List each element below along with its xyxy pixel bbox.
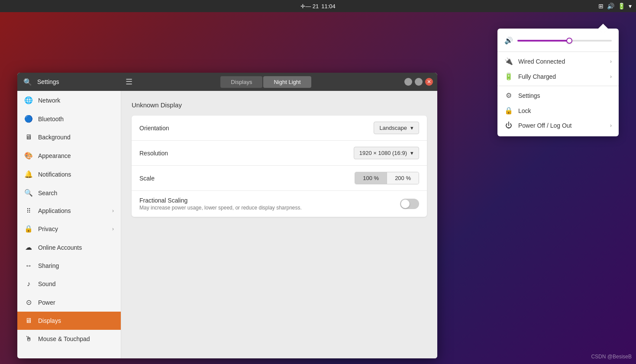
sidebar-item-displays[interactable]: 🖥 Displays <box>17 312 121 330</box>
minimize-button[interactable]: — <box>404 78 412 86</box>
volume-fill <box>517 40 569 42</box>
tray-item-fully-charged[interactable]: 🔋 Fully Charged › <box>497 69 619 84</box>
tray-item-power-off[interactable]: ⏻ Power Off / Log Out › <box>497 118 619 133</box>
scale-200-button[interactable]: 200 % <box>387 172 419 184</box>
titlebar-left: 🔍 Settings ☰ <box>22 75 134 88</box>
scale-row: Scale 100 % 200 % <box>132 166 427 191</box>
grid-icon[interactable]: ⊞ <box>598 3 604 10</box>
applications-chevron: › <box>112 208 114 214</box>
sidebar-label-sound: Sound <box>38 280 55 287</box>
topbar-center: ✛— 21 11:04 <box>300 3 336 10</box>
orientation-row: Orientation Landscape ▾ <box>132 116 427 141</box>
orientation-value: Landscape ▾ <box>374 122 419 134</box>
resolution-dropdown[interactable]: 1920 × 1080 (16:9) ▾ <box>354 147 419 159</box>
orientation-dropdown[interactable]: Landscape ▾ <box>374 122 419 134</box>
tab-displays[interactable]: Displays <box>220 76 262 88</box>
online-accounts-icon: ☁ <box>24 243 33 251</box>
mouse-icon: 🖱 <box>24 335 33 343</box>
applications-icon: ⠿ <box>24 207 33 214</box>
fractional-scaling-label: Fractional Scaling <box>139 197 302 204</box>
sidebar-item-background[interactable]: 🖥 Background <box>17 128 121 146</box>
sidebar-item-notifications[interactable]: 🔔 Notifications <box>17 165 121 184</box>
titlebar-tabs: Displays Night Light <box>134 76 397 88</box>
window-titlebar: 🔍 Settings ☰ Displays Night Light — □ ✕ <box>17 73 437 91</box>
sidebar-label-search: Search <box>38 190 57 196</box>
tray-label-wired: Wired Connected <box>518 58 605 65</box>
sidebar-item-network[interactable]: 🌐 Network <box>17 91 121 110</box>
resolution-row: Resolution 1920 × 1080 (16:9) ▾ <box>132 141 427 166</box>
fractional-scaling-sublabel: May increase power usage, lower speed, o… <box>139 205 302 211</box>
orientation-chevron-icon: ▾ <box>410 125 413 131</box>
scale-100-button[interactable]: 100 % <box>355 172 387 184</box>
sidebar-item-appearance[interactable]: 🎨 Appearance <box>17 146 121 165</box>
tray-label-settings: Settings <box>518 92 612 99</box>
sidebar-label-notifications: Notifications <box>38 171 71 178</box>
volume-knob <box>566 38 572 44</box>
sidebar: 🌐 Network 🔵 Bluetooth 🖥 Background 🎨 App… <box>17 91 121 358</box>
sidebar-item-applications[interactable]: ⠿ Applications › <box>17 202 121 219</box>
sharing-icon: ↔ <box>24 262 33 270</box>
tray-item-lock[interactable]: 🔒 Lock <box>497 103 619 118</box>
fractional-scaling-value <box>400 199 419 209</box>
tray-item-settings[interactable]: ⚙ Settings <box>497 88 619 103</box>
sidebar-label-bluetooth: Bluetooth <box>38 116 64 122</box>
tab-night-light[interactable]: Night Light <box>263 76 311 88</box>
fractional-scaling-row: Fractional Scaling May increase power us… <box>132 191 427 217</box>
fractional-scaling-toggle[interactable] <box>400 199 419 209</box>
sidebar-label-power: Power <box>38 299 55 306</box>
battery-tray-icon: 🔋 <box>504 72 513 81</box>
window-title: Settings <box>37 78 59 85</box>
power-icon: ⊙ <box>24 298 33 306</box>
sidebar-item-bluetooth[interactable]: 🔵 Bluetooth <box>17 110 121 128</box>
sidebar-item-online-accounts[interactable]: ☁ Online Accounts <box>17 238 121 257</box>
orientation-selected: Landscape <box>379 125 407 131</box>
privacy-chevron: › <box>112 226 114 232</box>
volume-icon[interactable]: 🔊 <box>607 3 614 10</box>
topbar-indicator: ✛— 21 <box>300 3 319 10</box>
sidebar-item-sharing[interactable]: ↔ Sharing <box>17 257 121 275</box>
scale-group: 100 % 200 % <box>355 172 419 184</box>
sidebar-item-privacy[interactable]: 🔒 Privacy › <box>17 219 121 238</box>
close-button[interactable]: ✕ <box>425 78 433 86</box>
sidebar-label-background: Background <box>38 134 71 141</box>
tray-label-power-off: Power Off / Log Out <box>518 122 605 129</box>
arrow-down-icon[interactable]: ▾ <box>629 3 632 10</box>
wired-icon: 🔌 <box>504 57 513 65</box>
privacy-icon: 🔒 <box>24 225 33 233</box>
tray-separator-1 <box>497 52 619 52</box>
sidebar-label-appearance: Appearance <box>38 152 71 159</box>
wired-chevron-icon: › <box>610 58 612 64</box>
window-body: 🌐 Network 🔵 Bluetooth 🖥 Background 🎨 App… <box>17 91 437 358</box>
section-title: Unknown Display <box>132 101 427 109</box>
sidebar-label-mouse: Mouse & Touchpad <box>38 335 90 342</box>
fractional-scaling-labels: Fractional Scaling May increase power us… <box>139 197 302 211</box>
volume-slider[interactable] <box>517 40 612 42</box>
sidebar-item-search[interactable]: 🔍 Search <box>17 184 121 202</box>
sidebar-label-sharing: Sharing <box>38 262 59 269</box>
maximize-button[interactable]: □ <box>415 78 423 86</box>
network-icon: 🌐 <box>24 96 33 104</box>
volume-row: 🔊 <box>497 34 619 50</box>
search-button[interactable]: 🔍 <box>22 76 34 88</box>
power-off-icon: ⏻ <box>504 122 513 129</box>
titlebar-controls: — □ ✕ <box>404 78 433 86</box>
background-icon: 🖥 <box>24 133 33 141</box>
displays-icon: 🖥 <box>24 317 33 325</box>
sidebar-item-sound[interactable]: ♪ Sound <box>17 275 121 293</box>
menu-button[interactable]: ☰ <box>124 75 134 88</box>
tray-item-wired-connected[interactable]: 🔌 Wired Connected › <box>497 54 619 69</box>
sidebar-label-displays: Displays <box>38 317 61 324</box>
orientation-label: Orientation <box>139 125 374 132</box>
topbar-time: 11:04 <box>321 3 336 10</box>
battery-icon[interactable]: 🔋 <box>618 3 625 10</box>
topbar-right: ⊞ 🔊 🔋 ▾ <box>598 3 632 10</box>
search-nav-icon: 🔍 <box>24 189 33 197</box>
sound-icon: ♪ <box>24 280 33 288</box>
sidebar-item-power[interactable]: ⊙ Power <box>17 293 121 312</box>
display-settings-card: Orientation Landscape ▾ Resolution <box>132 116 427 217</box>
watermark: CSDN @BesiseB <box>591 354 632 360</box>
sidebar-item-mouse-touchpad[interactable]: 🖱 Mouse & Touchpad <box>17 330 121 348</box>
lock-tray-icon: 🔒 <box>504 106 513 115</box>
appearance-icon: 🎨 <box>24 151 33 160</box>
scale-value: 100 % 200 % <box>355 172 419 184</box>
